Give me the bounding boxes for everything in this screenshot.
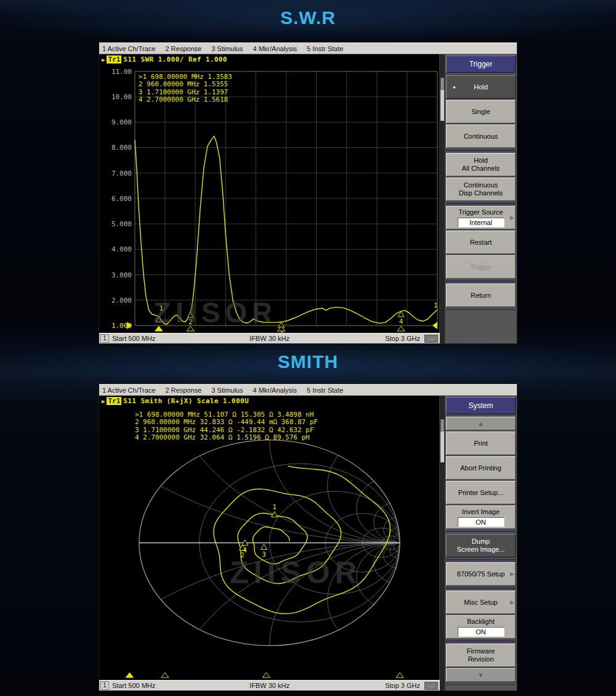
marker-readout-row: >1 698.00000 MHz 1.3583 xyxy=(139,73,232,81)
panel-separator xyxy=(446,641,516,642)
menu-instr-state[interactable]: 5 Instr State xyxy=(302,45,348,52)
marker-number-label: 1 xyxy=(272,503,277,511)
softkey-label: Continuous xyxy=(464,133,498,141)
axis-marker-1[interactable] xyxy=(126,673,133,678)
softkey-hold-all-channels[interactable]: Hold All Channels xyxy=(446,153,516,176)
axis-marker-4[interactable] xyxy=(396,673,403,678)
softkey-value-inset: Internal xyxy=(458,218,505,227)
menu-response[interactable]: 2 Response xyxy=(160,45,206,52)
y-axis-tick: 8.000 xyxy=(111,144,132,152)
softkey-trigger-source[interactable]: Trigger SourceInternal▶ xyxy=(446,206,516,229)
swr-status-bar: 1 Start 500 MHz IFBW 30 kHz Stop 3 GHz .… xyxy=(99,333,440,343)
softkey-invert-image[interactable]: Invert ImageON xyxy=(446,506,516,529)
y-axis-tick: 5.000 xyxy=(111,220,132,228)
softkey-label: Hold All Channels xyxy=(462,157,500,173)
softkey-label: Trigger xyxy=(470,263,491,271)
softkey-label: Dump Screen Image... xyxy=(457,538,505,554)
panel-separator xyxy=(446,559,516,560)
y-axis-tick: 2.000 xyxy=(111,297,132,305)
swr-section-title: S.W.R xyxy=(0,7,616,28)
softkey-trigger[interactable]: Trigger xyxy=(446,255,516,279)
trace-number-badge: Tr1 xyxy=(107,397,121,405)
swr-plot-area: ▶ Tr1 S11 SWR 1.000/ Ref 1.000 11.0010.0… xyxy=(99,54,440,333)
marker-readout-row: 3 1.7100000 GHz 1.1397 xyxy=(139,88,228,96)
scroll-up-button[interactable]: ▲ xyxy=(446,417,516,430)
softkey-label: Invert Image xyxy=(462,508,500,516)
menu-stimulus[interactable]: 3 Stimulus xyxy=(206,387,248,394)
softkey-label: Printer Setup... xyxy=(458,489,503,497)
swr-menubar: 1 Active Ch/Trace 2 Response 3 Stimulus … xyxy=(99,43,517,54)
softkey-87050-75-setup[interactable]: 87050/75 Setup▶ xyxy=(446,562,516,586)
trace-edge-number: 1 xyxy=(434,301,438,309)
menu-mkr-analysis[interactable]: 4 Mkr/Analysis xyxy=(248,387,302,394)
softkey-label: Single xyxy=(471,108,490,116)
active-trace-arrow-icon: ▶ xyxy=(102,398,105,404)
softkey-label: Firmware Revision xyxy=(467,647,495,663)
softkey-return[interactable]: Return xyxy=(446,284,516,307)
menu-instr-state[interactable]: 5 Instr State xyxy=(302,387,348,394)
softkey-restart[interactable]: Restart xyxy=(446,231,516,254)
softkey-backlight[interactable]: BacklightON xyxy=(446,615,516,639)
softkey-print[interactable]: Print xyxy=(446,432,516,455)
softkey-label: Abort Printing xyxy=(460,464,501,472)
softkey-abort-printing[interactable]: Abort Printing xyxy=(446,456,516,480)
menu-active-ch-trace[interactable]: 1 Active Ch/Trace xyxy=(99,387,160,394)
marker-number-label: 3 xyxy=(262,551,266,559)
softkey-continuous[interactable]: Continuous xyxy=(446,125,516,148)
y-axis-tick: 11.00 xyxy=(111,68,132,76)
smith-plot-area: ▶ Tr1 S11 Smith (R+jX) Scale 1.000U 1234… xyxy=(99,396,440,680)
smith-menubar: 1 Active Ch/Trace 2 Response 3 Stimulus … xyxy=(99,384,517,396)
smith-analyzer-screen: 1 Active Ch/Trace 2 Response 3 Stimulus … xyxy=(99,383,517,691)
axis-marker-2[interactable] xyxy=(187,326,194,331)
active-trace-arrow-icon: ▶ xyxy=(102,57,105,63)
smith-section-title: SMITH xyxy=(0,351,616,372)
axis-marker-4[interactable] xyxy=(397,326,405,331)
menu-stimulus[interactable]: 3 Stimulus xyxy=(206,45,248,52)
trace-format-text: S11 Smith (R+jX) Scale 1.000U xyxy=(123,397,249,405)
softkey-dump-screen-image[interactable]: Dump Screen Image... xyxy=(446,534,516,557)
smith-chart-svg: 1234>1 698.00000 MHz 51.107 Ω 15.305 Ω 3… xyxy=(99,396,439,680)
softkey-misc-setup[interactable]: Misc Setup▶ xyxy=(446,591,516,614)
softkey-label: Restart xyxy=(470,239,492,247)
softkey-continuous-disp-channels[interactable]: Continuous Disp Channels xyxy=(446,178,516,201)
panel-separator xyxy=(446,150,516,151)
softkey-firmware-revision[interactable]: Firmware Revision xyxy=(446,644,516,667)
swr-chart-svg: 11.0010.009.0008.0007.0006.0005.0004.000… xyxy=(99,54,439,333)
y-axis-tick: 3.000 xyxy=(111,271,132,279)
marker-readout-row: 3 1.7100000 GHz 44.246 Ω -2.1832 Ω 42.63… xyxy=(135,426,314,434)
softkey-label: 87050/75 Setup xyxy=(457,570,505,578)
panel-bottom-fill xyxy=(446,309,516,343)
smith-marker-3 xyxy=(261,544,267,549)
softkey-single[interactable]: Single xyxy=(446,100,516,123)
marker-readout-row: 2 960.00000 MHz 32.833 Ω -449.44 mΩ 368.… xyxy=(135,418,318,426)
menu-response[interactable]: 2 Response xyxy=(160,387,206,394)
ifbw-label: IFBW 30 kHz xyxy=(99,335,440,342)
trace-marker-1 xyxy=(156,316,162,322)
menu-active-ch-trace[interactable]: 1 Active Ch/Trace xyxy=(99,45,160,52)
marker-readout-row: 4 2.7000000 GHz 32.064 Ω 1.5196 Ω 89.576… xyxy=(135,433,310,441)
softkey-label: Print xyxy=(474,440,488,448)
trace-number-badge: Tr1 xyxy=(107,55,121,63)
radio-dot-icon: ● xyxy=(453,83,456,91)
submenu-arrow-icon: ▶ xyxy=(510,214,514,222)
scrollbar-thumb[interactable] xyxy=(440,78,444,90)
scroll-down-button[interactable]: ▼ xyxy=(446,668,516,682)
softkey-value-inset: ON xyxy=(458,627,505,637)
y-axis-tick: 4.000 xyxy=(111,245,132,253)
axis-marker-2[interactable] xyxy=(161,673,169,678)
scrollbar-thumb[interactable] xyxy=(440,419,444,432)
softkey-value-inset: ON xyxy=(458,517,505,527)
y-axis-tick: 9.000 xyxy=(111,118,132,126)
system-panel-header: System xyxy=(446,397,516,414)
marker-readout-row: 4 2.7000000 GHz 1.5618 xyxy=(139,96,228,104)
softkey-printer-setup[interactable]: Printer Setup... xyxy=(446,481,516,504)
axis-marker-1[interactable] xyxy=(155,326,163,331)
swr-panel-scrollbar xyxy=(440,54,445,343)
ref-level-arrow-right xyxy=(432,322,437,329)
axis-marker-3[interactable] xyxy=(262,673,270,678)
panel-bottom-fill xyxy=(446,684,516,690)
menu-mkr-analysis[interactable]: 4 Mkr/Analysis xyxy=(248,45,302,52)
panel-separator xyxy=(446,203,516,204)
softkey-label: Hold xyxy=(474,83,488,91)
softkey-hold[interactable]: Hold● xyxy=(446,75,516,99)
